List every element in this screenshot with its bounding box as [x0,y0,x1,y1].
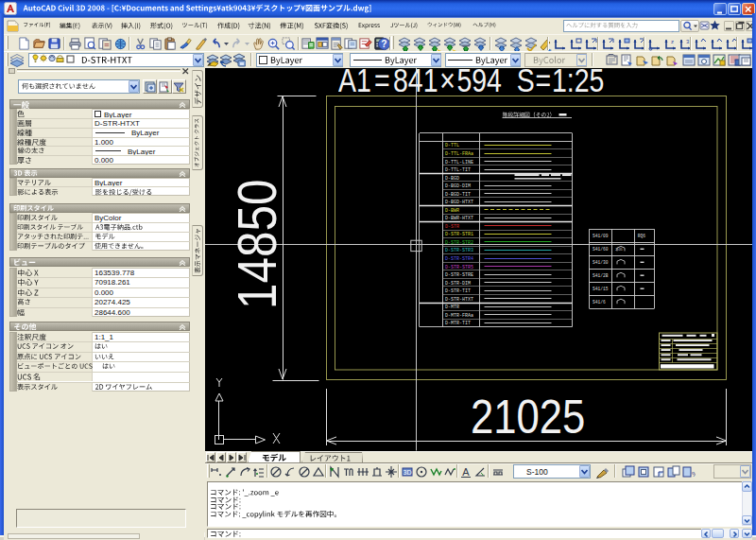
svg-text:D-STR-TIT: D-STR-TIT [445,288,471,294]
svg-text:D-STR-STRE: D-STR-STRE [445,272,473,278]
svg-text:D-STR: D-STR [445,224,459,230]
svg-text:?: ? [381,39,387,49]
svg-text:S41/09: S41/09 [593,234,609,238]
svg-text:D-TTL-LINE: D-TTL-LINE [445,160,473,165]
svg-text:D-STR-DIM: D-STR-DIM [445,281,471,287]
svg-text:S41/30: S41/30 [593,260,609,265]
svg-text:D-TTL: D-TTL [445,143,459,148]
svg-text:z: z [671,39,674,44]
svg-text:D-MTR-TIT: D-MTR-TIT [445,321,471,326]
svg-text:%: % [692,470,696,479]
svg-text:D-STR-STR2: D-STR-STR2 [445,240,473,246]
svg-text:D-TTL-FRAa: D-TTL-FRAa [445,151,473,157]
svg-text:S41/2B: S41/2B [593,273,609,278]
svg-text:D-MTR: D-MTR [445,305,459,310]
svg-text:D-BGD: D-BGD [445,176,459,182]
svg-text:D-STR-HTXT: D-STR-HTXT [445,297,473,303]
svg-text:D-STR-STR4: D-STR-STR4 [445,256,473,262]
svg-text:D-BGD-TIT: D-BGD-TIT [445,192,471,198]
svg-text:A: A [462,466,470,478]
svg-text:D-TTL-TIT: D-TTL-TIT [445,167,471,173]
svg-text:D-BWR: D-BWR [445,208,459,214]
svg-text:D-BGD-HTXT: D-BGD-HTXT [445,200,473,205]
svg-text:S41/60: S41/60 [593,247,609,252]
svg-text:D-STR-STR5: D-STR-STR5 [445,265,473,270]
svg-text:2.05: 2.05 [615,248,622,252]
svg-text:D-STR-STR3: D-STR-STR3 [445,248,473,253]
svg-text:3D: 3D [404,469,412,476]
svg-text:D-MTR-FRAa: D-MTR-FRAa [445,313,473,319]
svg-text:D-BWR-HTXT: D-BWR-HTXT [445,216,473,221]
svg-text:D-STR-STR1: D-STR-STR1 [445,232,473,237]
svg-text:D-BGD-DIM: D-BGD-DIM [445,183,471,189]
svg-text:RQ6: RQ6 [637,234,645,238]
svg-text:S41/6: S41/6 [593,300,606,305]
svg-text:S41/15: S41/15 [593,287,609,291]
